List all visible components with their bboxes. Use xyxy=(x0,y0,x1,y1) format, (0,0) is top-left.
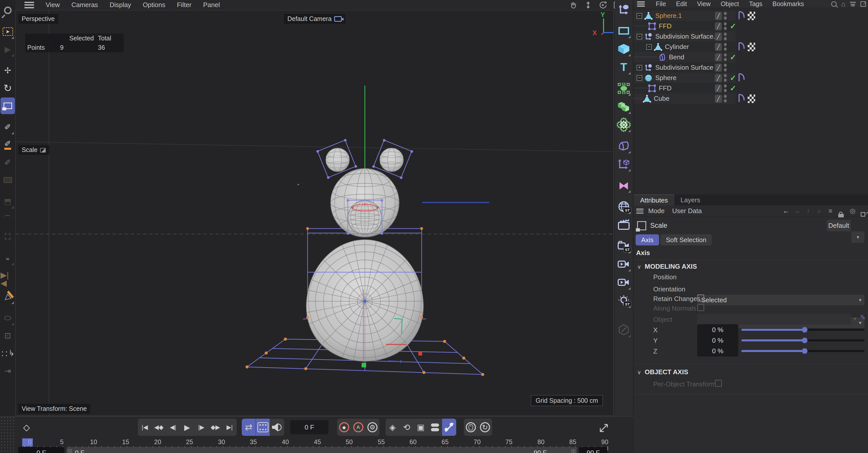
menu-tags[interactable]: Tags xyxy=(749,0,762,7)
enable-check[interactable]: ✓ xyxy=(729,84,737,93)
subdivision-surface-button[interactable] xyxy=(616,1,632,18)
find-icon[interactable] xyxy=(0,2,15,19)
home-icon[interactable]: ⌂ xyxy=(841,0,845,8)
mode-menu[interactable]: Mode xyxy=(648,207,664,215)
bend-deformer-button[interactable] xyxy=(616,137,632,154)
move-tool[interactable]: ✢ xyxy=(0,62,15,79)
stage-object-button[interactable] xyxy=(616,216,632,233)
tab-layers[interactable]: Layers xyxy=(674,194,707,205)
prev-key-button[interactable]: ◀◆ xyxy=(152,419,166,436)
tree-row-bend[interactable]: Bend ╱✓ xyxy=(633,52,736,62)
preset-dropdown-arrow[interactable]: ▾ xyxy=(851,231,865,243)
object-name[interactable]: Cylinder xyxy=(665,43,689,51)
pan-hand-icon[interactable] xyxy=(569,0,578,9)
edit-badge[interactable]: ╱ xyxy=(715,12,722,20)
search-icon[interactable]: ⌕ xyxy=(815,207,824,215)
material-edit-button[interactable] xyxy=(616,321,632,338)
tree-row-subdiv1[interactable]: − Subdivision Surface.1 ╱ xyxy=(633,31,736,42)
tree-row-cube[interactable]: Cube ╱ xyxy=(633,93,736,104)
texture-tag[interactable] xyxy=(748,94,755,103)
previous-selection-tool[interactable]: ▶ xyxy=(0,41,15,58)
sketch-pen-tool[interactable]: ✐ xyxy=(0,136,15,153)
edit-badge[interactable]: ╱ xyxy=(715,95,722,103)
default-camera-label[interactable]: Default Camera xyxy=(284,14,345,24)
attributes-menu-icon[interactable] xyxy=(637,208,644,214)
next-frame-button[interactable]: |▶ xyxy=(194,419,209,436)
keyframe-marker-button[interactable]: ◇ xyxy=(19,420,34,435)
keyframe-settings-button[interactable]: ⚙ xyxy=(365,419,379,436)
parent-up-icon[interactable]: ↑ xyxy=(804,207,813,215)
search-icon[interactable] xyxy=(831,1,837,7)
visibility-dots[interactable] xyxy=(724,12,727,20)
menu-panel[interactable]: Panel xyxy=(203,1,220,9)
x-slider[interactable] xyxy=(741,329,865,331)
object-name[interactable]: Bend xyxy=(669,53,684,61)
expand-toggle[interactable]: − xyxy=(646,44,652,50)
mouse-record-button[interactable] xyxy=(464,419,478,436)
current-frame-field[interactable]: 0 F xyxy=(290,420,329,434)
edit-badge[interactable]: ╱ xyxy=(715,43,722,51)
retain-changes-checkbox[interactable] xyxy=(697,294,704,302)
viewport[interactable]: Y Z X Perspective Default Camera Selecte… xyxy=(16,10,614,416)
iron-tool[interactable]: ⬭ xyxy=(0,310,15,326)
live-selection-tool[interactable]: ➤ xyxy=(0,23,15,40)
instance-button[interactable] xyxy=(616,155,632,173)
along-normals-checkbox[interactable] xyxy=(697,304,704,311)
sound-toggle-button[interactable] xyxy=(270,419,284,436)
light-object-button[interactable]: ST xyxy=(616,292,632,309)
autokey-button[interactable]: A xyxy=(351,419,365,436)
camera-button[interactable] xyxy=(616,256,632,273)
y-slider[interactable] xyxy=(741,339,865,341)
next-key-button[interactable]: ◆▶ xyxy=(209,419,222,436)
tab-attributes[interactable]: Attributes xyxy=(633,194,675,205)
enable-check[interactable]: ✓ xyxy=(729,74,737,82)
symmetry-tool[interactable]: ▶|◀ xyxy=(0,271,15,287)
phong-tag[interactable] xyxy=(738,73,745,83)
symmetry-object-button[interactable]: ⧓ xyxy=(616,177,632,194)
text-object-button[interactable]: T xyxy=(616,59,632,76)
enable-check[interactable]: ✓ xyxy=(729,22,737,31)
spline-rectangle-button[interactable] xyxy=(616,22,632,39)
viewport-menu-icon[interactable] xyxy=(25,2,34,8)
cloth-weight-tool[interactable]: ⛶ xyxy=(0,228,15,245)
visibility-dots[interactable] xyxy=(724,53,727,61)
simulation-button[interactable]: ⚙ xyxy=(616,116,632,133)
phong-tag[interactable] xyxy=(738,94,745,104)
loop-toggle-button[interactable]: ⇄ xyxy=(242,419,256,436)
rotation-record-button[interactable]: ↻ xyxy=(478,419,492,436)
spline-pen-tool[interactable]: ✐ xyxy=(0,119,15,135)
object-name[interactable]: FFD xyxy=(659,84,672,92)
per-object-transform-checkbox[interactable] xyxy=(715,380,722,387)
visibility-dots[interactable] xyxy=(724,84,727,92)
expand-timeline-button[interactable] xyxy=(597,420,612,434)
edit-badge[interactable]: ╱ xyxy=(715,53,722,61)
tree-row-cylinder[interactable]: − Cylinder ╱ xyxy=(633,42,736,52)
modeling-axis-header[interactable]: ∨MODELING AXIS xyxy=(637,263,697,271)
visibility-dots[interactable] xyxy=(724,64,727,72)
menu-bookmarks[interactable]: Bookmarks xyxy=(772,0,804,7)
spline-smooth-tool[interactable]: ✐ xyxy=(0,154,15,171)
visibility-dots[interactable] xyxy=(724,43,727,51)
paint-tool[interactable]: ◒ xyxy=(0,250,15,266)
menu-options[interactable]: Options xyxy=(143,1,165,9)
expand-toggle[interactable]: − xyxy=(637,13,642,19)
menu-display[interactable]: Display xyxy=(110,1,131,9)
edit-badge[interactable]: ╱ xyxy=(715,64,722,72)
rotation-key-button[interactable]: ⟲ xyxy=(400,419,414,436)
history-forward-icon[interactable]: → xyxy=(793,207,802,215)
filter-icon[interactable] xyxy=(850,2,856,6)
edit-badge[interactable]: ╱ xyxy=(715,22,722,30)
rotate-tool[interactable]: ↻ xyxy=(0,80,15,96)
expand-toggle[interactable]: − xyxy=(637,75,642,81)
prev-frame-button[interactable]: ◀| xyxy=(166,419,180,436)
pla-key-button[interactable] xyxy=(428,419,442,436)
viewport-canvas[interactable]: Y Z X xyxy=(16,10,613,416)
jump-end-button[interactable]: ▶| xyxy=(222,419,237,436)
filter-icon[interactable]: ≡ xyxy=(826,207,835,215)
position-key-button[interactable]: ◈ xyxy=(385,419,400,436)
phong-tag[interactable] xyxy=(738,42,745,52)
texture-tag[interactable] xyxy=(748,43,755,51)
visibility-dots[interactable] xyxy=(724,95,727,103)
axis-extend-tool[interactable]: ⇥ xyxy=(0,363,15,379)
camera-animated-button[interactable] xyxy=(616,274,632,291)
